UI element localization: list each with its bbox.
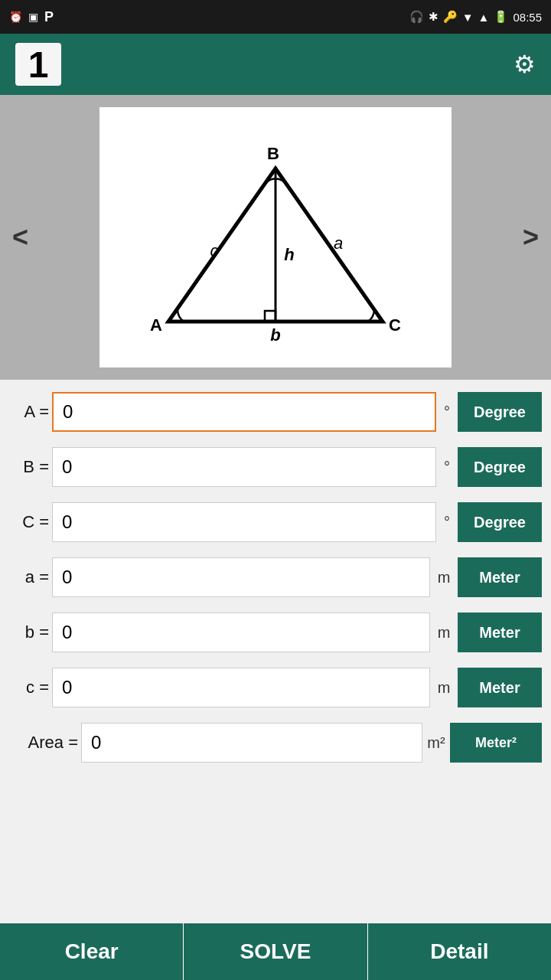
clock-icon: ⏰ [9,11,22,23]
label-b: b = [9,622,49,642]
unit-btn-a[interactable]: Meter [458,557,542,597]
svg-text:C: C [389,315,401,335]
label-B: B = [9,457,49,477]
time-display: 08:55 [513,11,542,24]
sim-icon: ▣ [28,11,38,23]
page-number: 1 [15,43,61,86]
unit-label-area: m² [425,734,447,752]
diagram-area: < B A C c a b h > [0,95,551,380]
prev-arrow[interactable]: < [6,215,34,260]
bluetooth-icon: ✱ [429,10,439,24]
headphone-icon: 🎧 [409,10,424,24]
svg-text:h: h [284,245,294,264]
input-C[interactable] [52,502,436,542]
input-c[interactable] [52,668,430,707]
clear-button[interactable]: Clear [0,923,184,980]
unit-label-c: m [433,679,455,697]
top-bar: 1 ⚙ [0,34,551,95]
label-area: Area = [9,733,78,753]
unit-btn-B[interactable]: Degree [458,447,542,487]
field-row-area: Area = m² Meter² [9,717,542,769]
label-c: c = [9,678,49,697]
field-row-c: c = m Meter [9,662,542,714]
field-row-a: a = m Meter [9,551,542,603]
svg-text:a: a [334,234,343,253]
degree-symbol-B: ° [439,459,455,476]
battery-icon: 🔋 [494,10,508,24]
svg-text:A: A [150,315,162,335]
settings-icon[interactable]: ⚙ [514,50,536,79]
unit-btn-area[interactable]: Meter² [450,723,542,763]
field-row-C: C = ° Degree [9,496,542,548]
next-arrow[interactable]: > [517,215,545,260]
label-A: A = [9,402,49,422]
bottom-bar: Clear SOLVE Detail [0,923,551,980]
input-B[interactable] [52,447,436,487]
label-a: a = [9,567,49,587]
degree-symbol-C: ° [439,514,455,531]
unit-label-a: m [433,569,455,586]
form-area: A = ° Degree B = ° Degree C = ° Degree a… [0,380,551,923]
degree-symbol-A: ° [439,403,455,421]
unit-label-b: m [433,624,455,642]
detail-button[interactable]: Detail [368,923,551,980]
signal-icon: ▲ [478,11,490,24]
field-row-b: b = m Meter [9,606,542,658]
input-area[interactable] [81,723,422,763]
status-bar: ⏰ ▣ P 🎧 ✱ 🔑 ▼ ▲ 🔋 08:55 [0,0,551,34]
status-left-icons: ⏰ ▣ P [9,9,54,25]
field-row-A: A = ° Degree [9,386,542,438]
status-right-icons: 🎧 ✱ 🔑 ▼ ▲ 🔋 08:55 [409,10,542,24]
field-row-B: B = ° Degree [9,441,542,493]
svg-text:B: B [267,144,279,163]
solve-button[interactable]: SOLVE [184,923,367,980]
svg-text:b: b [270,325,280,345]
key-icon: 🔑 [443,10,458,24]
label-C: C = [9,512,49,532]
wifi-icon: ▼ [462,11,474,24]
svg-text:c: c [210,241,219,260]
p-icon: P [44,9,54,25]
unit-btn-A[interactable]: Degree [458,392,542,432]
input-a[interactable] [52,557,430,597]
input-A[interactable] [52,392,436,432]
unit-btn-c[interactable]: Meter [458,668,542,707]
triangle-diagram: B A C c a b h [99,107,452,368]
unit-btn-b[interactable]: Meter [458,612,542,652]
triangle-svg: B A C c a b h [122,122,429,352]
input-b[interactable] [52,612,430,652]
unit-btn-C[interactable]: Degree [458,502,542,542]
